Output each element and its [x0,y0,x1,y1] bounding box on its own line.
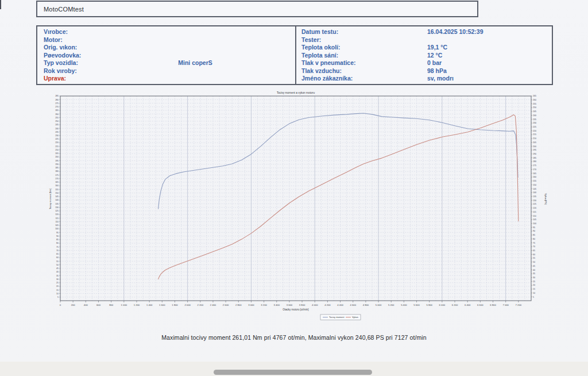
svg-text:260: 260 [533,99,536,101]
info-row-tester: Tester: [296,36,552,43]
torque-curve [158,113,518,209]
field-value-tire-pressure: 0 bar [427,59,442,66]
field-label: Datum testu: [301,28,338,35]
field-value-vehicle-type: Mini coperS [152,59,238,66]
svg-text:10: 10 [533,292,535,294]
info-row-orig-vykon: Orig. vıkon: [37,44,295,51]
svg-text:150: 150 [533,184,536,186]
svg-text:35: 35 [533,273,535,275]
field-label: Vırobce: [44,28,68,35]
svg-text:245: 245 [533,110,536,113]
svg-text:65: 65 [56,253,59,255]
field-label: Tlak vzduchu: [301,67,342,74]
field-value-customer-name: sv, modrı [427,75,454,82]
svg-text:235: 235 [533,118,536,121]
svg-text:285: 285 [55,95,59,97]
info-row-tlak-vzduchu: Tlak vzduchu: 98 hPa [296,67,552,74]
svg-text:170: 170 [55,178,59,180]
svg-text:185: 185 [533,157,536,159]
svg-text:100: 100 [533,222,536,225]
svg-text:100: 100 [55,228,59,230]
legend-torque-label: Tocivy moment [329,316,345,319]
svg-text:165: 165 [55,181,59,183]
svg-text:6 200: 6 200 [452,304,458,306]
svg-text:135: 135 [533,195,536,198]
svg-text:15: 15 [533,288,535,290]
svg-text:25: 25 [56,282,59,284]
svg-text:155: 155 [55,189,59,191]
svg-text:40: 40 [533,269,535,271]
svg-text:3 400: 3 400 [274,304,280,306]
svg-text:150: 150 [55,192,59,194]
svg-text:35: 35 [56,275,59,277]
info-row-uprava: Uprava: [37,75,295,82]
svg-text:120: 120 [533,207,536,209]
svg-text:160: 160 [55,185,59,187]
svg-text:7 200: 7 200 [516,304,522,306]
svg-text:80: 80 [533,238,535,240]
chart-titles: Tocivy moment a vykon motoruOtacky motor… [49,91,547,311]
svg-text:1 600: 1 600 [159,304,165,306]
svg-text:200: 200 [71,304,76,306]
svg-text:110: 110 [55,221,59,223]
svg-text:230: 230 [55,135,59,137]
svg-text:7 000: 7 000 [502,304,509,306]
svg-text:80: 80 [56,242,59,244]
right-y-axis-label: Vykon [PS] [544,193,547,205]
info-row-rok-vyroby: Rok vıroby: [37,67,295,74]
svg-text:4 400: 4 400 [337,304,343,306]
svg-text:215: 215 [533,133,536,136]
horizontal-scrollbar-thumb[interactable] [214,370,372,375]
dyno-chart: 02004006008001 0001 2001 4001 6001 8002 … [49,90,554,327]
svg-text:0: 0 [60,304,61,306]
svg-text:125: 125 [55,210,59,212]
report-title-box: MotoCOMtest [36,1,478,17]
app-title: MotoCOMtest [44,6,84,13]
field-label: Typ vozidla: [44,59,78,66]
svg-text:5 600: 5 600 [413,304,420,306]
axes-layer: 02004006008001 0001 2001 4001 6001 8002 … [55,95,536,306]
field-value-air-pressure: 98 hPa [427,67,447,74]
svg-text:20: 20 [56,285,59,287]
info-row-tlak-pneumatice: Tlak v pneumatice: 0 bar [296,59,552,66]
svg-text:6 000: 6 000 [439,304,446,306]
svg-text:15: 15 [56,289,59,291]
scan-edge-artifact [0,0,1,9]
field-label: Jméno zákazníka: [301,75,353,82]
svg-text:30: 30 [56,278,59,281]
svg-text:240: 240 [533,114,536,117]
svg-text:4 800: 4 800 [363,304,369,306]
svg-text:115: 115 [55,217,59,220]
svg-text:60: 60 [56,256,59,259]
field-label: Teplota sání: [301,52,338,59]
info-row-typ-vozidla: Typ vozidla: Mini coperS [37,59,295,66]
svg-text:4 000: 4 000 [312,304,318,306]
svg-text:225: 225 [55,138,59,140]
svg-text:185: 185 [55,167,59,169]
max-values-summary: Maximalni tocivy moment 261,01 Nm pri 47… [0,334,588,341]
svg-text:5: 5 [57,296,59,298]
info-row-teplota-okoli: Teplota okolí: 19,1 °C [296,44,552,51]
svg-text:175: 175 [55,174,59,177]
svg-text:5 800: 5 800 [426,304,432,306]
svg-text:95: 95 [56,232,59,234]
power-curve [158,115,519,279]
svg-text:265: 265 [55,109,59,112]
svg-text:85: 85 [533,234,535,236]
curves-layer [158,113,519,279]
svg-text:220: 220 [55,141,59,144]
svg-text:205: 205 [55,152,59,155]
svg-text:6 400: 6 400 [465,304,471,306]
chart-legend: Tocivy momentVykon [320,314,361,320]
svg-text:75: 75 [533,242,535,244]
svg-text:2 800: 2 800 [235,304,242,306]
svg-text:145: 145 [533,188,536,190]
svg-text:90: 90 [56,235,59,237]
svg-text:5 200: 5 200 [388,304,394,306]
svg-text:275: 275 [55,102,59,105]
svg-text:5: 5 [533,296,534,298]
svg-text:25: 25 [533,281,535,283]
svg-text:195: 195 [533,149,536,151]
svg-text:6 800: 6 800 [490,304,496,306]
svg-text:145: 145 [55,195,59,198]
